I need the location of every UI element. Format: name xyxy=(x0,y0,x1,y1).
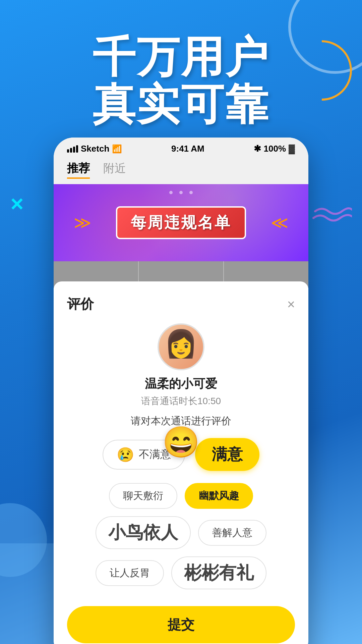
banner-arrow-right-icon: ≪ xyxy=(271,213,288,232)
modal-title: 评价 xyxy=(67,295,94,313)
tab-recommended[interactable]: 推荐 xyxy=(67,161,90,179)
battery-label: 100% xyxy=(264,144,286,154)
status-right: ✱ 100% ▓ xyxy=(254,144,295,154)
nav-tabs: 推荐 附近 xyxy=(54,157,308,184)
bluetooth-icon: ✱ xyxy=(254,144,261,154)
avatar-section: 👩 温柔的小可爱 语音通话时长10:50 xyxy=(67,323,295,408)
tags-section: 聊天敷衍 幽默风趣 小鸟依人 善解人意 让人反胃 彬彬有礼 xyxy=(67,483,295,589)
status-left: Sketch 📶 xyxy=(67,144,122,154)
banner-dot-2 xyxy=(179,191,183,194)
tag-birddependent-btn[interactable]: 小鸟依人 xyxy=(96,516,191,549)
phone-mockup: Sketch 📶 9:41 AM ✱ 100% ▓ 推荐 附近 ≫ xyxy=(54,138,308,644)
tag-annoying-btn[interactable]: 让人反胃 xyxy=(96,560,164,586)
tag-chatting-btn[interactable]: 聊天敷衍 xyxy=(109,483,177,509)
phone-inner: Sketch 📶 9:41 AM ✱ 100% ▓ 推荐 附近 ≫ xyxy=(54,138,308,644)
modal-header: 评价 × xyxy=(67,295,295,313)
happy-emoji-large-icon: 😄 xyxy=(162,425,200,460)
banner-text: 每周违规名单 xyxy=(131,214,231,231)
hero-section: 千万用户 真实可靠 xyxy=(0,34,362,128)
banner-arrow-left-icon: ≫ xyxy=(74,213,91,232)
sad-emoji-icon: 😢 xyxy=(117,446,134,463)
avatar: 👩 xyxy=(158,323,204,370)
rating-positive-button[interactable]: 满意 xyxy=(195,438,259,471)
deco-x-mark: ✕ xyxy=(9,195,24,215)
rating-modal: 评价 × 👩 温柔的小可爱 语音通话时长10:50 请对本次通话进行评价 😢 不… xyxy=(54,281,308,644)
user-name: 温柔的小可爱 xyxy=(145,376,217,392)
banner-dot-1 xyxy=(169,191,173,194)
banner-dots xyxy=(54,191,308,194)
tag-humor-btn[interactable]: 幽默风趣 xyxy=(185,483,253,509)
tags-row-3: 让人反胃 彬彬有礼 xyxy=(67,556,295,589)
hero-title-line2: 真实可靠 xyxy=(0,81,362,128)
wifi-icon: 📶 xyxy=(112,144,122,154)
battery-icon: ▓ xyxy=(289,144,295,154)
rating-buttons-row: 😢 不满意 😄 满意 xyxy=(67,438,295,471)
banner-dot-3 xyxy=(189,191,193,194)
avatar-image: 👩 xyxy=(164,328,198,360)
status-bar: Sketch 📶 9:41 AM ✱ 100% ▓ xyxy=(54,138,308,157)
time-display: 9:41 AM xyxy=(171,144,204,154)
tags-row-2: 小鸟依人 善解人意 xyxy=(67,516,295,549)
tab-nearby[interactable]: 附近 xyxy=(103,161,126,179)
tag-understanding-btn[interactable]: 善解人意 xyxy=(198,520,266,546)
carrier-label: Sketch xyxy=(81,144,109,154)
tag-polite-btn[interactable]: 彬彬有礼 xyxy=(171,556,266,589)
banner-badge: 每周违规名单 xyxy=(116,206,246,239)
hero-title-line1: 千万用户 xyxy=(0,34,362,81)
rating-positive-label: 满意 xyxy=(212,444,243,465)
tags-row-1: 聊天敷衍 幽默风趣 xyxy=(67,483,295,509)
banner-area[interactable]: ≫ 每周违规名单 ≪ xyxy=(54,184,308,261)
call-duration: 语音通话时长10:50 xyxy=(141,395,221,408)
signal-icon xyxy=(67,145,78,153)
close-button[interactable]: × xyxy=(287,298,295,311)
submit-button[interactable]: 提交 xyxy=(67,606,295,643)
deco-wave xyxy=(312,205,352,226)
